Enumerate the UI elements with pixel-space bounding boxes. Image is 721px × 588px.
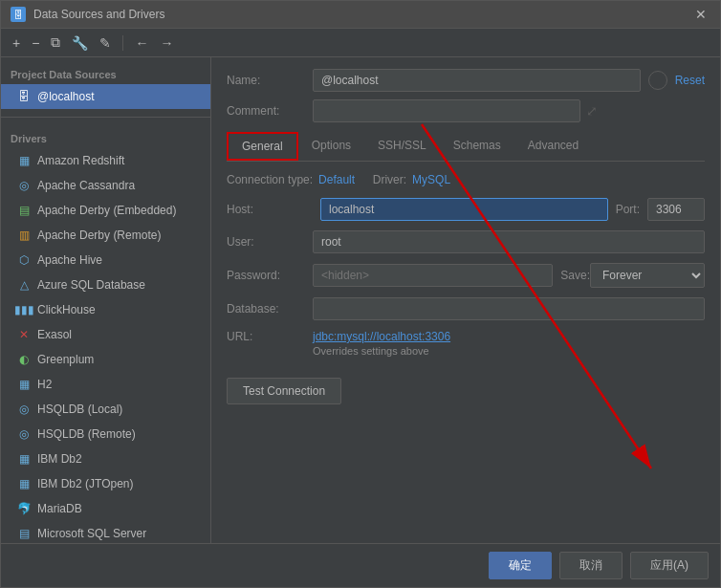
sidebar-item-apache-derby-embedded[interactable]: ▤ Apache Derby (Embedded): [1, 198, 210, 223]
add-button[interactable]: +: [9, 33, 24, 53]
url-inner-row: URL: jdbc:mysql://localhost:3306: [227, 330, 705, 343]
sidebar-item-azure-sql[interactable]: △ Azure SQL Database: [1, 272, 210, 297]
sidebar-item-apache-derby-embedded-label: Apache Derby (Embedded): [37, 204, 176, 217]
h2-icon: ▦: [16, 377, 32, 392]
sidebar-item-apache-hive[interactable]: ⬡ Apache Hive: [1, 248, 210, 272]
name-input[interactable]: [313, 69, 641, 92]
comment-row: Comment: ⤢: [227, 99, 705, 122]
sidebar-item-apache-cassandra[interactable]: ◎ Apache Cassandra: [1, 173, 210, 198]
hsqldb-local-icon: ◎: [16, 402, 32, 417]
dialog: 🗄 Data Sources and Drivers ✕ + − ⧉ 🔧 ✎ ←…: [0, 0, 721, 588]
edit-button[interactable]: ✎: [96, 33, 115, 53]
tab-sshssl[interactable]: SSH/SSL: [364, 132, 440, 161]
sidebar-item-h2-label: H2: [37, 378, 52, 391]
tabs: General Options SSH/SSL Schemas Advanced: [227, 132, 705, 162]
sidebar-item-azure-sql-label: Azure SQL Database: [37, 278, 145, 292]
mariadb-icon: 🐬: [16, 501, 32, 516]
sidebar-item-apache-hive-label: Apache Hive: [37, 253, 102, 267]
clickhouse-icon: ▮▮▮: [16, 302, 32, 317]
azure-sql-icon: △: [16, 277, 32, 293]
apache-hive-icon: ⬡: [16, 252, 32, 268]
comment-input[interactable]: [313, 99, 580, 122]
database-label: Database:: [227, 302, 313, 316]
exasol-icon: ✕: [16, 327, 32, 342]
url-value[interactable]: jdbc:mysql://localhost:3306: [313, 330, 450, 343]
url-note: Overrides settings above: [313, 345, 429, 357]
database-input[interactable]: [313, 297, 705, 320]
port-label: Port:: [616, 203, 640, 216]
sidebar-item-clickhouse-label: ClickHouse: [37, 303, 96, 316]
db-icon: 🗄: [16, 89, 32, 104]
apache-derby-remote-icon: ▥: [16, 228, 32, 243]
ok-button[interactable]: 确定: [489, 552, 552, 579]
host-label: Host:: [227, 203, 313, 216]
sidebar-item-mariadb-label: MariaDB: [37, 502, 82, 515]
host-row: Host: Port:: [227, 198, 705, 221]
sidebar-item-mariadb[interactable]: 🐬 MariaDB: [1, 496, 210, 521]
main-panel: Name: Reset Comment: ⤢ General Options S…: [211, 57, 720, 416]
comment-label: Comment:: [227, 104, 313, 118]
tab-advanced[interactable]: Advanced: [514, 132, 592, 161]
save-select[interactable]: Forever Until restart Never: [590, 263, 705, 288]
forward-button[interactable]: →: [156, 33, 177, 53]
sidebar-item-exasol-label: Exasol: [37, 328, 72, 341]
password-row: Password: Save: Forever Until restart Ne…: [227, 263, 705, 288]
conn-type-value[interactable]: Default: [318, 173, 355, 186]
user-input[interactable]: [313, 230, 705, 253]
sidebar-item-apache-derby-remote[interactable]: ▥ Apache Derby (Remote): [1, 223, 210, 248]
dialog-title: Data Sources and Drivers: [33, 8, 164, 21]
remove-button[interactable]: −: [28, 33, 43, 53]
password-label: Password:: [227, 269, 313, 282]
password-input[interactable]: [313, 264, 553, 287]
sidebar-item-greenplum[interactable]: ◐ Greenplum: [1, 347, 210, 372]
toolbar: + − ⧉ 🔧 ✎ ← →: [1, 29, 720, 57]
sidebar-item-ibm-db2[interactable]: ▦ IBM Db2: [1, 446, 210, 471]
sidebar-item-mssql[interactable]: ▤ Microsoft SQL Server: [1, 521, 210, 543]
project-section-label: Project Data Sources: [1, 65, 210, 84]
cancel-button[interactable]: 取消: [559, 552, 623, 579]
sidebar-item-clickhouse[interactable]: ▮▮▮ ClickHouse: [1, 297, 210, 322]
sidebar-item-exasol[interactable]: ✕ Exasol: [1, 322, 210, 347]
driver-label: Driver:: [373, 173, 406, 186]
driver-value[interactable]: MySQL: [412, 173, 450, 186]
comment-expand-icon: ⤢: [586, 103, 598, 119]
name-label: Name:: [227, 74, 313, 87]
sidebar-item-ibm-db2-jtopen[interactable]: ▦ IBM Db2 (JTOpen): [1, 471, 210, 496]
settings-button[interactable]: 🔧: [68, 33, 92, 53]
back-button[interactable]: ←: [131, 33, 152, 53]
sidebar-item-mssql-label: Microsoft SQL Server: [37, 527, 146, 540]
sidebar-item-ibm-db2-label: IBM Db2: [37, 452, 82, 466]
apply-button[interactable]: 应用(A): [630, 552, 709, 579]
host-input[interactable]: [320, 198, 608, 221]
sidebar-item-localhost[interactable]: 🗄 @localhost: [1, 84, 210, 109]
dialog-icon: 🗄: [11, 7, 26, 22]
toolbar-separator: [122, 35, 123, 51]
sidebar-item-ibm-db2-jtopen-label: IBM Db2 (JTOpen): [37, 477, 133, 490]
name-status-circle: [648, 71, 667, 90]
title-bar: 🗄 Data Sources and Drivers ✕: [1, 1, 720, 29]
main-panel-wrapper: Name: Reset Comment: ⤢ General Options S…: [211, 57, 720, 543]
test-connection-button[interactable]: Test Connection: [227, 378, 341, 404]
amazon-redshift-icon: ▦: [16, 153, 32, 168]
port-input[interactable]: [647, 198, 705, 221]
tab-general[interactable]: General: [227, 132, 298, 161]
sidebar-item-amazon-redshift[interactable]: ▦ Amazon Redshift: [1, 148, 210, 173]
tab-schemas[interactable]: Schemas: [440, 132, 514, 161]
reset-link[interactable]: Reset: [675, 74, 705, 87]
sidebar-item-label: @localhost: [37, 90, 95, 103]
close-icon[interactable]: ✕: [691, 7, 710, 22]
sidebar-item-hsqldb-local[interactable]: ◎ HSQLDB (Local): [1, 397, 210, 422]
sidebar-item-h2[interactable]: ▦ H2: [1, 372, 210, 397]
sidebar-item-hsqldb-remote[interactable]: ◎ HSQLDB (Remote): [1, 422, 210, 446]
tab-options[interactable]: Options: [298, 132, 364, 161]
conn-type-label: Connection type:: [227, 173, 313, 186]
apache-cassandra-icon: ◎: [16, 178, 32, 193]
copy-button[interactable]: ⧉: [47, 33, 64, 53]
sidebar-item-hsqldb-local-label: HSQLDB (Local): [37, 403, 122, 416]
sidebar-item-amazon-redshift-label: Amazon Redshift: [37, 154, 124, 167]
sidebar-item-greenplum-label: Greenplum: [37, 353, 94, 366]
test-connection-row: Test Connection: [227, 366, 705, 404]
greenplum-icon: ◐: [16, 352, 32, 367]
user-row: User:: [227, 230, 705, 253]
sidebar-item-apache-derby-remote-label: Apache Derby (Remote): [37, 229, 161, 242]
